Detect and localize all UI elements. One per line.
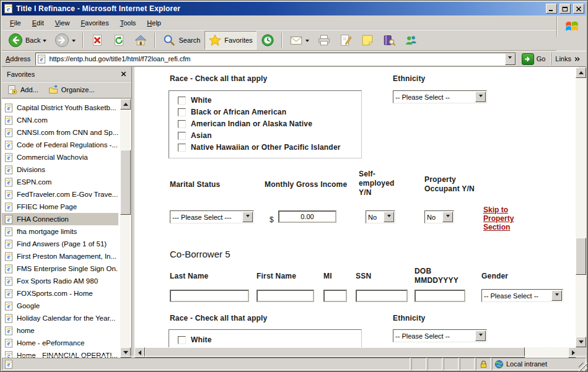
scroll-up-button[interactable] [120, 99, 131, 110]
favorite-item-label: Holiday Calendar for the Year... [17, 314, 115, 322]
favorites-button[interactable]: Favorites [204, 31, 256, 50]
last-name-label: Last Name [170, 272, 209, 281]
search-button[interactable]: Search [159, 31, 204, 50]
scroll-thumb[interactable] [120, 150, 131, 215]
race-black-checkbox[interactable] [178, 108, 186, 116]
ssn-input[interactable] [356, 290, 408, 302]
favorite-item[interactable]: ESPN.com [2, 176, 118, 188]
skip-to-property-link[interactable]: Skip to Property Section [483, 205, 524, 231]
marital-status-select[interactable]: --- Please Select --- [170, 210, 254, 223]
go-button[interactable]: Go [519, 53, 548, 66]
chevron-down-icon[interactable] [475, 331, 486, 341]
favorites-scrollbar[interactable] [120, 99, 131, 358]
content-vertical-scrollbar[interactable] [576, 67, 586, 347]
mi-input[interactable] [323, 290, 347, 302]
favorite-item[interactable]: Fox Sports Radio AM 980 [2, 275, 118, 287]
race-white-checkbox[interactable] [178, 97, 186, 105]
messenger-button[interactable] [400, 31, 421, 50]
ethnicity-select-2[interactable]: -- Please Select -- [393, 329, 487, 342]
favorite-item-label: FHA Connection [17, 215, 69, 223]
menu-tools[interactable]: Tools [115, 17, 142, 28]
scroll-thumb[interactable] [576, 238, 586, 275]
favorite-item[interactable]: FOXSports.com - Home [2, 287, 118, 300]
favorites-close-button[interactable] [118, 69, 129, 79]
dob-input[interactable] [415, 290, 465, 302]
favorite-item[interactable]: First Preston Management, In... [2, 250, 118, 262]
favorite-item-selected[interactable]: FHA Connection [2, 213, 118, 225]
menu-help[interactable]: Help [141, 17, 167, 28]
race-option-label: Native Hawaiian or Other Pacific Islande… [191, 143, 341, 152]
favorite-item[interactable]: Code of Federal Regulations -... [2, 139, 118, 151]
scroll-up-button[interactable] [576, 67, 586, 78]
ie-logo-icon [4, 4, 14, 14]
mail-button[interactable] [286, 31, 313, 50]
history-button[interactable] [257, 31, 278, 50]
favorite-item[interactable]: Find Answers (Page 1 of 51) [2, 238, 118, 250]
stop-button[interactable] [87, 31, 108, 50]
ie-page-icon [4, 165, 14, 175]
chevron-down-icon[interactable] [242, 212, 253, 222]
menu-favorites[interactable]: Favorites [75, 17, 114, 28]
scroll-track[interactable] [120, 110, 131, 347]
menu-view[interactable]: View [50, 17, 76, 28]
first-name-input[interactable] [257, 290, 314, 302]
address-input[interactable]: https://entp.hud.gov/title1/html/f72loan… [35, 53, 516, 66]
links-button[interactable]: Links [551, 53, 584, 65]
triangle-icon [246, 215, 250, 219]
ethnicity-select[interactable]: -- Please Select -- [393, 90, 487, 103]
race-asian-checkbox[interactable] [178, 132, 186, 140]
monthly-income-input[interactable] [278, 210, 336, 223]
print-button[interactable] [314, 31, 335, 50]
favorite-item[interactable]: Google [2, 300, 118, 312]
favorite-item-label: Code of Federal Regulations -... [17, 141, 118, 149]
favorite-item[interactable]: Capital District Youth Basketb... [2, 102, 118, 114]
chevron-down-icon[interactable] [551, 290, 562, 301]
favorite-item[interactable]: CNN.com [2, 114, 118, 126]
chevron-down-icon[interactable] [475, 92, 486, 102]
chevron-down-icon[interactable] [442, 212, 453, 222]
gender-select[interactable]: -- Please Select -- [481, 289, 563, 302]
maximize-button[interactable] [559, 4, 571, 14]
search-label: Search [178, 37, 200, 44]
standard-toolbar: Back Search Favorites [2, 30, 556, 51]
close-button[interactable] [573, 4, 584, 14]
messenger-people-icon [404, 33, 418, 47]
add-favorite-label: Add... [20, 86, 38, 93]
add-favorite-button[interactable]: Add... [6, 84, 40, 96]
page-content: Race - Check all that apply Ethnicity --… [134, 67, 586, 358]
organize-favorites-button[interactable]: Organize... [46, 84, 97, 96]
favorite-item[interactable]: home [2, 324, 118, 337]
favorite-item[interactable]: FFIEC Home Page [2, 201, 118, 213]
research-button[interactable] [379, 31, 400, 50]
favorite-item[interactable]: Divisions [2, 163, 118, 176]
menu-file[interactable]: File [4, 17, 27, 28]
forward-button[interactable] [51, 31, 79, 50]
favorite-item[interactable]: fha mortgage limits [2, 225, 118, 238]
race-white-checkbox-2[interactable] [178, 336, 186, 344]
minimize-button[interactable] [546, 4, 557, 14]
dob-label: DOB MMDDYYYY [415, 267, 467, 285]
race-pacific-islander-checkbox[interactable] [178, 144, 186, 152]
property-occupant-select[interactable]: No [424, 210, 454, 223]
last-name-input[interactable] [170, 290, 249, 302]
favorite-item[interactable]: Home - ePeformance [2, 337, 118, 349]
favorite-item[interactable]: CNNSI.com from CNN and Sp... [2, 126, 118, 139]
edit-button[interactable] [335, 31, 356, 50]
back-button[interactable]: Back [4, 31, 50, 50]
scroll-down-button[interactable] [576, 337, 586, 347]
self-employed-select[interactable]: No [366, 210, 395, 223]
refresh-button[interactable] [108, 31, 129, 50]
favorite-item[interactable]: Commercial Wachovia [2, 151, 118, 163]
address-dropdown-button[interactable] [505, 53, 516, 65]
discuss-button[interactable] [357, 31, 378, 50]
scroll-track[interactable] [576, 78, 586, 337]
resize-grip[interactable] [579, 363, 587, 371]
favorite-item[interactable]: Holiday Calendar for the Year... [2, 312, 118, 324]
favorite-item[interactable]: FedTraveler.com E-Gov Trave... [2, 188, 118, 201]
home-button[interactable] [130, 31, 151, 50]
race-native-american-checkbox[interactable] [178, 120, 186, 128]
chevron-down-icon[interactable] [384, 212, 394, 222]
menu-edit[interactable]: Edit [27, 17, 50, 28]
race-option-row: Native Hawaiian or Other Pacific Islande… [178, 143, 341, 152]
favorite-item[interactable]: FMS Enterprise Single Sign On... [2, 262, 118, 275]
